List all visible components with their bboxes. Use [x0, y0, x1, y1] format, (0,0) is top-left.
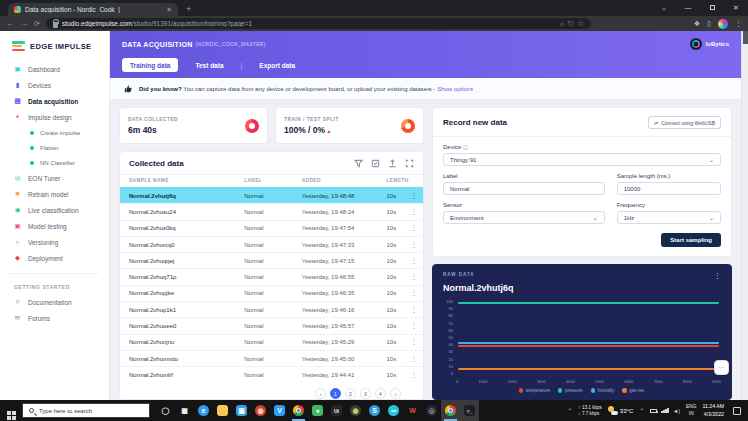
edge-impulse-logo[interactable]: EDGE IMPULSE: [0, 39, 109, 61]
table-row[interactable]: Normal.2vhurcq0NormalYesterday, 19:47:33…: [120, 236, 423, 252]
table-row[interactable]: Normal.2vhumndoNormalYesterday, 19:45:00…: [120, 350, 423, 366]
legend-item-humidity[interactable]: humidity: [591, 388, 615, 393]
tray-expand-chevron[interactable]: ⌃: [639, 407, 644, 414]
tab-search-icon[interactable]: ⌄: [652, 0, 676, 16]
column-header-sample-name[interactable]: SAMPLE NAME: [120, 175, 235, 188]
page-4[interactable]: 4: [375, 388, 386, 399]
sidebar-item-data-acquisition[interactable]: ▤Data acquisition: [0, 93, 109, 109]
row-menu-icon[interactable]: ⋮: [405, 204, 423, 220]
sidebar-item-dashboard[interactable]: ▣Dashboard: [0, 61, 109, 77]
taskbar-cortana-icon[interactable]: ◯: [156, 400, 175, 421]
taskbar-link-app-icon[interactable]: ∞: [384, 400, 403, 421]
expand-icon[interactable]: [405, 159, 414, 168]
label-input[interactable]: Normal: [443, 182, 605, 195]
start-sampling-button[interactable]: Start sampling: [661, 233, 721, 247]
sidebar-subitem-create-impulse[interactable]: Create impulse: [0, 125, 109, 140]
clock[interactable]: 11:24 AM 4/3/2022: [702, 403, 724, 417]
taskbar-edge-icon[interactable]: e: [194, 400, 213, 421]
network-icon[interactable]: [661, 408, 669, 413]
taskbar-green-app-icon[interactable]: ●: [308, 400, 327, 421]
sidebar-item-retrain-model[interactable]: ✖Retrain model: [0, 186, 109, 202]
sidebar-item-devices[interactable]: ▮Devices: [0, 77, 109, 93]
extension-icon[interactable]: ❖: [694, 20, 700, 28]
reload-icon[interactable]: ⟳: [34, 20, 40, 28]
new-tab-button[interactable]: +: [186, 3, 191, 16]
sidebar-item-documentation[interactable]: ⌗Documentation: [0, 294, 109, 310]
notification-center-icon[interactable]: [732, 406, 742, 416]
forward-icon[interactable]: →: [20, 19, 28, 28]
sidebar-item-eon-tuner[interactable]: ◎EON Tuner: [0, 170, 109, 186]
sidebar-subitem-nn-classifier[interactable]: NN Classifier: [0, 155, 109, 170]
bookmark-star-icon[interactable]: ☆: [578, 20, 584, 28]
volume-icon[interactable]: ◄): [673, 408, 680, 414]
share-icon[interactable]: ⎋: [568, 20, 574, 28]
side-panel-icon[interactable]: ▯: [707, 20, 711, 28]
taskbar-file-explorer-icon[interactable]: [213, 400, 232, 421]
language-indicator[interactable]: ENG IN: [686, 404, 696, 416]
taskbar-chrome-window-icon[interactable]: [441, 400, 460, 421]
browser-menu-icon[interactable]: ⋮: [735, 20, 742, 28]
row-menu-icon[interactable]: ⋮: [405, 318, 423, 334]
column-header-added[interactable]: ADDED: [293, 175, 378, 188]
row-menu-icon[interactable]: ⋮: [405, 253, 423, 269]
taskbar-terminal-icon[interactable]: >_: [460, 400, 479, 421]
taskbar-camera-app-icon[interactable]: ◉: [346, 400, 365, 421]
back-icon[interactable]: ←: [6, 19, 14, 28]
frequency-select[interactable]: 1Hz⌄: [617, 211, 721, 224]
sidebar-item-impulse-design[interactable]: ✶Impulse design: [0, 109, 109, 125]
sidebar-item-forums[interactable]: ✉Forums: [0, 310, 109, 326]
sidebar-item-deployment[interactable]: ◆Deployment: [0, 250, 109, 266]
sample-length-input[interactable]: 10000: [617, 182, 721, 195]
taskbar-lens-app-icon[interactable]: ◎: [422, 400, 441, 421]
url-field[interactable]: studio.edgeimpulse.com/studio/91391/acqu…: [46, 18, 591, 29]
row-menu-icon[interactable]: ⋮: [405, 236, 423, 252]
user-menu[interactable]: loBytics: [690, 38, 729, 50]
device-select[interactable]: Thingy:91⌄: [443, 153, 721, 166]
legend-item-pressure[interactable]: pressure: [558, 388, 583, 393]
zoom-icon[interactable]: ⌕: [560, 20, 564, 28]
column-header-label[interactable]: LABEL: [235, 175, 293, 188]
upload-icon[interactable]: [388, 159, 397, 168]
taskbar-task-view-icon[interactable]: ▦: [175, 400, 194, 421]
tab-test-data[interactable]: Test data: [187, 58, 231, 72]
scrollbar-thumb[interactable]: [743, 31, 748, 44]
taskbar-vscode-icon[interactable]: V: [270, 400, 289, 421]
taskbar-chrome-icon[interactable]: [289, 400, 308, 421]
tab-export-data[interactable]: Export data: [251, 58, 303, 72]
browser-tab[interactable]: Data acquisition - Nordic_Cook_| ✕: [8, 3, 178, 16]
table-row[interactable]: Normal.2vhumlrfNormalYesterday, 19:44:41…: [120, 367, 423, 383]
row-menu-icon[interactable]: ⋮: [405, 220, 423, 236]
table-row[interactable]: Normal.2vhuqqejNormalYesterday, 19:47:15…: [120, 253, 423, 269]
table-row[interactable]: Normal.2vhupjkeNormalYesterday, 19:46:35…: [120, 285, 423, 301]
page-scrollbar[interactable]: [741, 31, 748, 400]
weather-widget[interactable]: 33°C: [608, 406, 633, 415]
column-header-length[interactable]: LENGTH: [378, 175, 405, 188]
maximize-button[interactable]: [700, 0, 724, 16]
taskbar-skype-app-icon[interactable]: S: [365, 400, 384, 421]
minimize-button[interactable]: —: [676, 0, 700, 16]
row-menu-icon[interactable]: ⋮: [405, 285, 423, 301]
legend-item-gas-res-[interactable]: gas res.: [622, 388, 645, 393]
taskbar-store-icon[interactable]: ▣: [232, 400, 251, 421]
sidebar-item-versioning[interactable]: ⑂Versioning: [0, 234, 109, 250]
table-row[interactable]: Normal.2vhup1k1NormalYesterday, 19:46:16…: [120, 302, 423, 318]
page-1[interactable]: 1: [330, 388, 341, 399]
taskbar-wondershare-icon[interactable]: W: [403, 400, 422, 421]
table-row[interactable]: Normal.2vhunjnuNormalYesterday, 19:45:29…: [120, 334, 423, 350]
table-row[interactable]: Normal.2vhutj6qNormalYesterday, 19:48:48…: [120, 188, 423, 204]
feedback-button[interactable]: ⋯: [714, 360, 729, 375]
row-menu-icon[interactable]: ⋮: [405, 367, 423, 383]
select-mode-icon[interactable]: [371, 159, 380, 168]
sidebar-item-live-classification[interactable]: ◉Live classification: [0, 202, 109, 218]
close-button[interactable]: ✕: [724, 0, 748, 16]
row-menu-icon[interactable]: ⋮: [405, 302, 423, 318]
taskbar-red-circle-app-icon[interactable]: ◉: [251, 400, 270, 421]
sidebar-subitem-flatten[interactable]: Flatten: [0, 140, 109, 155]
sidebar-item-model-testing[interactable]: ▣Model testing: [0, 218, 109, 234]
table-row[interactable]: Normal.2vhuq71pNormalYesterday, 19:46:55…: [120, 269, 423, 285]
page-2[interactable]: 2: [345, 388, 356, 399]
table-row[interactable]: Normal.2vhuoee0NormalYesterday, 19:45:57…: [120, 318, 423, 334]
battery-icon[interactable]: [650, 409, 657, 413]
row-menu-icon[interactable]: ⋮: [405, 269, 423, 285]
tab-close-icon[interactable]: ✕: [166, 6, 172, 14]
